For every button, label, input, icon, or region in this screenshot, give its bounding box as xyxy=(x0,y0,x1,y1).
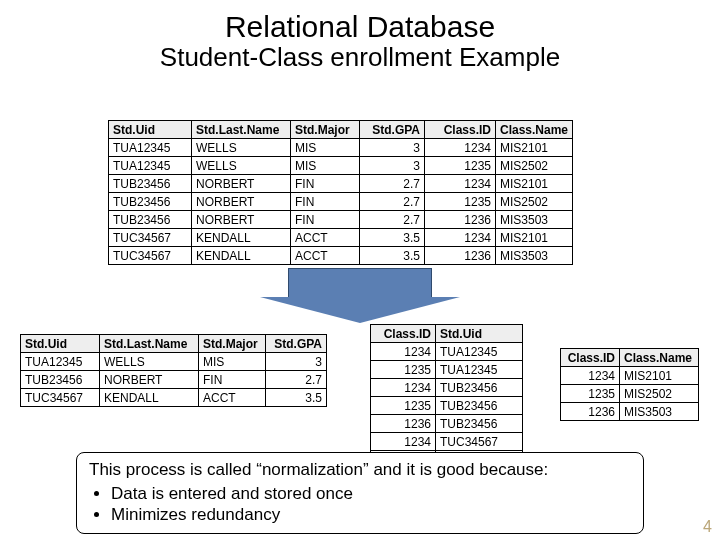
table-cell: TUC34567 xyxy=(436,433,523,451)
table-row: TUA12345WELLSMIS31235MIS2502 xyxy=(109,157,573,175)
table-cell: KENDALL xyxy=(192,247,291,265)
table-cell: TUA12345 xyxy=(21,353,100,371)
table-cell: 3.5 xyxy=(360,247,425,265)
table-cell: WELLS xyxy=(192,139,291,157)
table-row: 1235TUB23456 xyxy=(371,397,523,415)
table-cell: MIS2101 xyxy=(496,229,573,247)
table-cell: MIS xyxy=(199,353,266,371)
table-cell: 3 xyxy=(360,139,425,157)
table-row: TUA12345WELLSMIS31234MIS2101 xyxy=(109,139,573,157)
column-header: Class.ID xyxy=(371,325,436,343)
table-cell: FIN xyxy=(291,211,360,229)
page-number: 4 xyxy=(703,518,712,536)
table-cell: 1234 xyxy=(371,433,436,451)
table-cell: 1235 xyxy=(425,193,496,211)
column-header: Class.ID xyxy=(561,349,620,367)
table-cell: TUB23456 xyxy=(109,211,192,229)
slide-title: Relational Database xyxy=(0,10,720,43)
student-table: Std.UidStd.Last.NameStd.MajorStd.GPATUA1… xyxy=(20,334,327,407)
column-header: Std.Major xyxy=(291,121,360,139)
table-cell: MIS xyxy=(291,139,360,157)
table-cell: 1235 xyxy=(425,157,496,175)
table-cell: 1234 xyxy=(425,229,496,247)
table-cell: 2.7 xyxy=(266,371,327,389)
column-header: Class.ID xyxy=(425,121,496,139)
master-table-container: Std.UidStd.Last.NameStd.MajorStd.GPAClas… xyxy=(108,120,573,265)
table-row: 1236TUB23456 xyxy=(371,415,523,433)
table-cell: MIS2502 xyxy=(620,385,699,403)
enrollment-table-container: Class.IDStd.Uid1234TUA123451235TUA123451… xyxy=(370,324,523,469)
column-header: Std.Major xyxy=(199,335,266,353)
column-header: Class.Name xyxy=(620,349,699,367)
footer-note: This process is called “normalization” a… xyxy=(76,452,644,534)
table-cell: MIS3503 xyxy=(620,403,699,421)
table-cell: MIS xyxy=(291,157,360,175)
table-row: TUB23456NORBERTFIN2.7 xyxy=(21,371,327,389)
table-cell: KENDALL xyxy=(192,229,291,247)
table-cell: FIN xyxy=(291,193,360,211)
table-cell: 3.5 xyxy=(266,389,327,407)
table-cell: MIS2101 xyxy=(496,139,573,157)
table-cell: 2.7 xyxy=(360,175,425,193)
note-bullet-2: Minimizes redundancy xyxy=(111,504,631,525)
column-header: Std.GPA xyxy=(266,335,327,353)
table-cell: 1234 xyxy=(371,343,436,361)
table-cell: ACCT xyxy=(291,229,360,247)
table-cell: MIS2101 xyxy=(496,175,573,193)
table-cell: TUC34567 xyxy=(21,389,100,407)
master-table: Std.UidStd.Last.NameStd.MajorStd.GPAClas… xyxy=(108,120,573,265)
table-cell: 1236 xyxy=(425,247,496,265)
table-cell: TUA12345 xyxy=(436,361,523,379)
table-row: 1234TUA12345 xyxy=(371,343,523,361)
table-row: 1235MIS2502 xyxy=(561,385,699,403)
table-row: TUC34567KENDALLACCT3.51236MIS3503 xyxy=(109,247,573,265)
table-row: 1234MIS2101 xyxy=(561,367,699,385)
column-header: Std.Last.Name xyxy=(192,121,291,139)
table-cell: TUB23456 xyxy=(109,175,192,193)
table-cell: 1236 xyxy=(561,403,620,421)
table-cell: FIN xyxy=(199,371,266,389)
table-cell: NORBERT xyxy=(100,371,199,389)
table-cell: 1234 xyxy=(561,367,620,385)
table-cell: 1234 xyxy=(425,139,496,157)
table-row: 1235TUA12345 xyxy=(371,361,523,379)
enrollment-table: Class.IDStd.Uid1234TUA123451235TUA123451… xyxy=(370,324,523,469)
column-header: Std.Uid xyxy=(109,121,192,139)
table-cell: TUB23456 xyxy=(436,397,523,415)
table-cell: MIS2101 xyxy=(620,367,699,385)
table-cell: TUC34567 xyxy=(109,247,192,265)
table-cell: ACCT xyxy=(291,247,360,265)
table-cell: 1235 xyxy=(371,397,436,415)
table-cell: 1234 xyxy=(371,379,436,397)
table-cell: 2.7 xyxy=(360,193,425,211)
table-cell: NORBERT xyxy=(192,175,291,193)
column-header: Class.Name xyxy=(496,121,573,139)
table-cell: TUB23456 xyxy=(109,193,192,211)
table-cell: WELLS xyxy=(192,157,291,175)
table-cell: NORBERT xyxy=(192,211,291,229)
table-row: 1234TUC34567 xyxy=(371,433,523,451)
table-cell: MIS2502 xyxy=(496,193,573,211)
class-table-container: Class.IDClass.Name1234MIS21011235MIS2502… xyxy=(560,348,699,421)
table-cell: 3.5 xyxy=(360,229,425,247)
column-header: Std.GPA xyxy=(360,121,425,139)
table-cell: 1235 xyxy=(561,385,620,403)
table-cell: TUB23456 xyxy=(21,371,100,389)
note-bullet-1: Data is entered and stored once xyxy=(111,483,631,504)
table-row: 1236MIS3503 xyxy=(561,403,699,421)
table-cell: MIS3503 xyxy=(496,211,573,229)
table-cell: NORBERT xyxy=(192,193,291,211)
table-cell: 3 xyxy=(266,353,327,371)
column-header: Std.Uid xyxy=(21,335,100,353)
table-cell: TUA12345 xyxy=(109,157,192,175)
table-cell: TUA12345 xyxy=(109,139,192,157)
table-cell: MIS3503 xyxy=(496,247,573,265)
down-arrow-icon xyxy=(260,268,460,324)
table-row: TUA12345WELLSMIS3 xyxy=(21,353,327,371)
table-cell: TUA12345 xyxy=(436,343,523,361)
column-header: Std.Uid xyxy=(436,325,523,343)
table-cell: 1234 xyxy=(425,175,496,193)
student-table-container: Std.UidStd.Last.NameStd.MajorStd.GPATUA1… xyxy=(20,334,327,407)
table-cell: 1235 xyxy=(371,361,436,379)
table-cell: TUC34567 xyxy=(109,229,192,247)
